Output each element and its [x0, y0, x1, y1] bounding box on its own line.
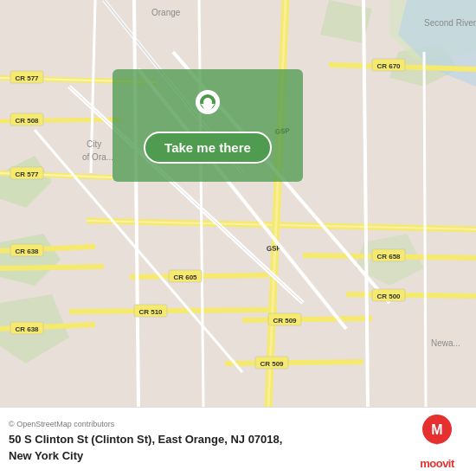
svg-text:CR 658: CR 658 — [376, 253, 401, 261]
location-pin-icon — [194, 88, 222, 125]
svg-text:Orange: Orange — [151, 8, 181, 17]
moovit-pin-icon: M — [421, 414, 453, 455]
address-section: © OpenStreetMap contributors 50 S Clinto… — [9, 420, 407, 463]
bottom-info-bar: © OpenStreetMap contributors 50 S Clinto… — [0, 407, 476, 476]
address-label: 50 S Clinton St (Clinton St), East Orang… — [9, 432, 407, 463]
take-me-there-button[interactable]: Take me there — [144, 132, 272, 164]
svg-line-42 — [424, 52, 426, 407]
svg-text:CR 500: CR 500 — [376, 293, 401, 300]
copyright-label: © OpenStreetMap contributors — [9, 420, 407, 428]
svg-text:CR 509: CR 509 — [260, 360, 284, 368]
svg-text:CR 508: CR 508 — [15, 117, 39, 125]
svg-text:CR 605: CR 605 — [173, 273, 197, 281]
svg-text:M: M — [431, 422, 442, 437]
svg-text:CR 577: CR 577 — [15, 74, 39, 82]
moovit-logo: M moovit — [407, 414, 467, 470]
svg-point-74 — [203, 98, 212, 106]
svg-text:City: City — [87, 139, 101, 149]
svg-text:CR 670: CR 670 — [376, 62, 401, 70]
svg-text:Second River: Second River — [424, 18, 476, 28]
svg-text:CR 638: CR 638 — [15, 248, 39, 255]
svg-line-22 — [225, 362, 363, 363]
svg-text:of Ora...: of Ora... — [82, 152, 113, 162]
svg-line-21 — [242, 318, 372, 320]
svg-text:CR 510: CR 510 — [138, 308, 163, 316]
svg-text:CR 577: CR 577 — [15, 170, 39, 178]
svg-line-20 — [69, 310, 277, 312]
svg-text:CR 638: CR 638 — [15, 325, 39, 333]
map-view: Second River — [0, 0, 476, 407]
svg-text:Newa...: Newa... — [431, 338, 460, 348]
svg-line-15 — [0, 267, 104, 268]
map-highlight-overlay: Take me there — [113, 69, 303, 182]
moovit-brand-label: moovit — [420, 457, 454, 470]
svg-text:CR 509: CR 509 — [273, 317, 297, 325]
